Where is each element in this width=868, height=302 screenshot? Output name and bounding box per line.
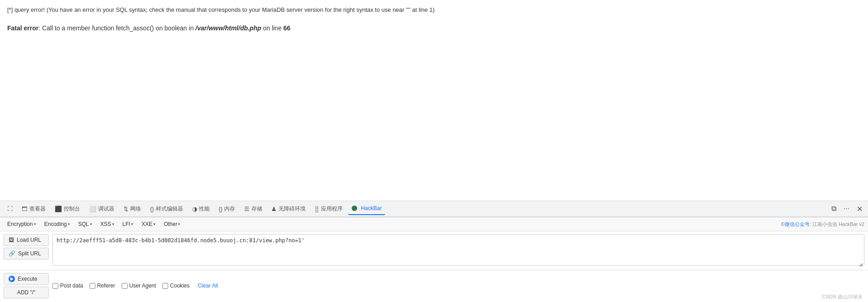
- dock-button[interactable]: ⧉: [830, 204, 838, 214]
- tab-memory[interactable]: {} 内存: [215, 202, 239, 215]
- performance-icon: ◑: [192, 206, 197, 212]
- devtools-inspect-btn[interactable]: ⛶: [4, 202, 16, 215]
- xss-caret-icon: ▾: [112, 222, 114, 226]
- error-text: : Call to a member function fetch_assoc(…: [38, 24, 195, 32]
- sql-caret-icon: ▾: [90, 222, 92, 226]
- resize-handle-icon: ◢: [859, 262, 863, 266]
- hackbar-panel: Encryption ▾ Encoding ▾ SQL ▾ XSS ▾ LFI …: [0, 217, 868, 302]
- hackbar-credit: ©微信公众号: 江南小虫虫 HackBar v2: [781, 221, 864, 228]
- hackbar-menu: Encryption ▾ Encoding ▾ SQL ▾ XSS ▾ LFI …: [0, 217, 868, 231]
- encoding-caret-icon: ▾: [68, 222, 70, 226]
- hackbar-url-row: 🖼 Load URL 🔗 Split URL ◢: [0, 231, 868, 270]
- cookies-label: Cookies: [170, 283, 189, 289]
- tab-console[interactable]: ⬛ 控制台: [51, 202, 84, 215]
- inspect-icon: ⛶: [7, 206, 13, 212]
- execute-play-icon: [9, 276, 15, 282]
- tab-storage-label: 存储: [251, 205, 262, 213]
- debugger-icon: ⬜: [89, 206, 96, 212]
- tab-accessibility[interactable]: ♟ 无障碍环境: [268, 202, 309, 215]
- tab-performance[interactable]: ◑ 性能: [189, 202, 213, 215]
- tab-applications[interactable]: ⣿ 应用程序: [311, 202, 346, 215]
- hackbar-actions-left: Execute ADD "/": [4, 273, 49, 298]
- execute-button[interactable]: Execute: [4, 273, 49, 285]
- applications-icon: ⣿: [315, 206, 319, 212]
- referer-checkbox[interactable]: [90, 283, 95, 289]
- menu-encryption[interactable]: Encryption ▾: [4, 219, 40, 229]
- url-input[interactable]: [52, 234, 864, 266]
- credit-wechat-label: ©微信公众号:: [781, 221, 811, 227]
- error-line1: [*] query error! (You have an error in y…: [7, 5, 861, 14]
- tab-network[interactable]: ⇅ 网络: [120, 202, 145, 215]
- tab-performance-label: 性能: [199, 205, 210, 213]
- url-input-wrapper: ◢: [52, 234, 864, 267]
- tab-debugger-label: 调试器: [98, 205, 114, 213]
- storage-icon: ☰: [244, 206, 250, 212]
- credit-name-label: 江南小虫虫 HackBar v2: [812, 221, 864, 227]
- viewer-icon: 🗔: [22, 206, 28, 212]
- menu-lfi[interactable]: LFI ▾: [119, 219, 137, 229]
- referer-label: Referer: [97, 283, 115, 289]
- accessibility-icon: ♟: [271, 206, 277, 212]
- online-text: on line: [261, 24, 283, 32]
- tab-style-editor[interactable]: {} 样式编辑器: [146, 202, 187, 215]
- network-icon: ⇅: [123, 206, 128, 212]
- tab-style-editor-label: 样式编辑器: [156, 205, 183, 213]
- close-devtools-button[interactable]: ✕: [855, 204, 864, 214]
- clear-all-button[interactable]: Clear All: [196, 282, 220, 290]
- memory-icon: {}: [219, 206, 223, 212]
- hackbar-sidebar: 🖼 Load URL 🔗 Split URL: [4, 234, 49, 267]
- lfi-caret-icon: ▾: [131, 222, 133, 226]
- devtools-right-buttons: ⧉ ··· ✕: [830, 204, 864, 214]
- tab-debugger[interactable]: ⬜ 调试器: [85, 202, 118, 215]
- user-agent-checkbox[interactable]: [122, 283, 127, 289]
- user-agent-label: User Agent: [129, 283, 156, 289]
- post-data-label: Post data: [60, 283, 83, 289]
- add-slash-button[interactable]: ADD "/": [4, 287, 49, 298]
- style-editor-icon: {}: [150, 206, 154, 212]
- other-caret-icon: ▾: [178, 222, 180, 226]
- checkbox-cookies[interactable]: Cookies: [162, 283, 189, 289]
- menu-xss[interactable]: XSS ▾: [97, 219, 118, 229]
- post-data-checkbox[interactable]: [52, 283, 58, 289]
- tab-hackbar[interactable]: HackBar: [348, 202, 385, 215]
- tab-console-label: 控制台: [64, 205, 80, 213]
- tab-viewer-label: 查看器: [29, 205, 46, 213]
- encryption-caret-icon: ▾: [34, 222, 36, 226]
- checkbox-referer[interactable]: Referer: [90, 283, 115, 289]
- hackbar-dot-icon: [352, 206, 357, 211]
- hackbar-actions: Execute ADD "/" Post data Referer User A…: [0, 270, 868, 302]
- fatal-label: Fatal error: [7, 24, 38, 32]
- checkboxes-row: Post data Referer User Agent Cookies Cle…: [52, 282, 864, 290]
- split-url-icon: 🔗: [9, 250, 15, 257]
- line-number: 66: [283, 24, 291, 32]
- tab-accessibility-label: 无障碍环境: [278, 205, 306, 213]
- menu-xxe[interactable]: XXE ▾: [138, 219, 159, 229]
- error-line2: Fatal error: Call to a member function f…: [7, 24, 861, 33]
- cookies-checkbox[interactable]: [162, 283, 168, 289]
- tab-memory-label: 内存: [224, 205, 235, 213]
- tab-applications-label: 应用程序: [321, 205, 343, 213]
- file-path: /var/www/html/db.php: [195, 24, 261, 32]
- devtools-bar: ⛶ 🗔 查看器 ⬛ 控制台 ⬜ 调试器 ⇅ 网络 {} 样式编辑器 ◑ 性能 {…: [0, 201, 868, 217]
- xxe-caret-icon: ▾: [153, 222, 156, 226]
- csdn-watermark: CSDN @山川绿水: [822, 293, 863, 300]
- menu-encoding[interactable]: Encoding ▾: [41, 219, 74, 229]
- split-url-button[interactable]: 🔗 Split URL: [4, 248, 49, 259]
- more-options-button[interactable]: ···: [842, 204, 851, 214]
- load-url-icon: 🖼: [9, 237, 14, 243]
- checkbox-user-agent[interactable]: User Agent: [122, 283, 156, 289]
- menu-sql[interactable]: SQL ▾: [75, 219, 96, 229]
- tab-storage[interactable]: ☰ 存储: [241, 202, 266, 215]
- checkbox-post-data[interactable]: Post data: [52, 283, 83, 289]
- console-icon: ⬛: [55, 206, 62, 212]
- tab-hackbar-label: HackBar: [361, 205, 382, 211]
- tab-viewer[interactable]: 🗔 查看器: [18, 202, 49, 215]
- tab-network-label: 网络: [130, 205, 141, 213]
- menu-other[interactable]: Other ▾: [160, 219, 184, 229]
- load-url-button[interactable]: 🖼 Load URL: [4, 234, 49, 246]
- main-content: [*] query error! (You have an error in y…: [0, 0, 868, 201]
